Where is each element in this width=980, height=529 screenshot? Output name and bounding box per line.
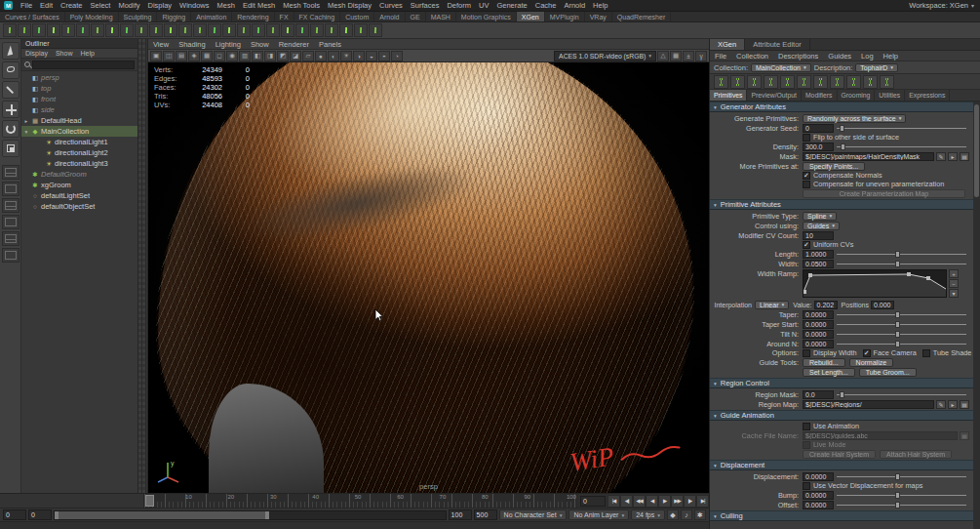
shelf-tab[interactable]: GE	[406, 12, 426, 21]
offset-slider[interactable]	[837, 501, 966, 509]
tool-button[interactable]	[2, 42, 20, 60]
layout-persp-graph-button[interactable]	[2, 215, 20, 229]
shelf-tab[interactable]: XGen	[517, 12, 545, 21]
xgen-shelf-icon[interactable]	[164, 23, 177, 37]
use-animation-checkbox[interactable]	[803, 423, 810, 430]
outliner-item[interactable]: side	[21, 104, 137, 115]
shaded-icon[interactable]: ●	[315, 51, 327, 61]
shelf-tab[interactable]: Curves / Surfaces	[0, 12, 65, 21]
outliner-search-input[interactable]	[32, 61, 135, 69]
bookmarks-icon[interactable]: ◈	[188, 51, 200, 61]
expand-arrow-icon[interactable]	[23, 129, 29, 135]
ramp-add-point-icon[interactable]: +	[949, 269, 959, 278]
outliner-item[interactable]: DefaultGroom	[21, 169, 137, 180]
xgen-shelf-icon[interactable]	[120, 23, 134, 37]
xgen-panel-tab[interactable]: Utilities	[875, 90, 905, 101]
menubar-item[interactable]: Arnold	[560, 0, 589, 11]
two-d-pan-zoom-icon[interactable]: ◻	[214, 51, 225, 61]
paint-brush-icon[interactable]: ✎	[936, 400, 946, 409]
xgen-shelf-icon[interactable]	[295, 23, 309, 37]
color-management-dropdown[interactable]: ACES 1.0 SDR-video (sRGB)	[554, 51, 656, 61]
width-input[interactable]: 0.0500	[803, 260, 834, 268]
primitive-type-dropdown[interactable]: Spline	[803, 212, 837, 221]
gate-mask-icon[interactable]: ▥	[239, 51, 251, 61]
shelf-tab[interactable]: QuadRemesher	[612, 12, 671, 21]
sculpt-guide-icon[interactable]	[813, 75, 828, 89]
refresh-preview-icon[interactable]	[880, 75, 894, 89]
xgen-panel-tab[interactable]: Expressions	[905, 90, 950, 101]
play-forwards-button[interactable]: ▶	[658, 495, 671, 508]
normalize-button[interactable]: Normalize	[849, 358, 894, 367]
menubar-item[interactable]: Surfaces	[407, 0, 444, 11]
xgen-panel-tab[interactable]: Preview/Output	[747, 90, 801, 101]
interpolation-dropdown[interactable]: Linear	[755, 301, 789, 309]
tool-button[interactable]	[2, 61, 20, 79]
tilt-n-input[interactable]: 0.0000	[803, 330, 834, 339]
xgen-shelf-icon[interactable]	[237, 23, 251, 37]
xgen-shelf-icon[interactable]	[369, 23, 382, 37]
export-selection-icon[interactable]	[764, 75, 778, 89]
around-n-input[interactable]: 0.0000	[803, 340, 834, 348]
xgen-shelf-icon[interactable]	[149, 23, 163, 37]
density-slider[interactable]	[837, 142, 966, 151]
right-panel-tab[interactable]: Attribute Editor	[745, 39, 810, 50]
move-guide-icon[interactable]	[797, 75, 811, 89]
xgen-shelf-icon[interactable]	[325, 23, 338, 37]
primitive-section-header[interactable]: Primitive Attributes	[710, 199, 973, 210]
image-plane-icon[interactable]: ▦	[201, 51, 213, 61]
set-length-button[interactable]: Set Length...	[803, 368, 855, 377]
menubar-item[interactable]: Mesh Tools	[279, 0, 324, 11]
new-collection-icon[interactable]	[730, 75, 745, 89]
xgen-shelf-icon[interactable]	[281, 23, 294, 37]
animation-preferences-icon[interactable]: ✱	[694, 509, 706, 520]
generate-primitives-dropdown[interactable]: Randomly across the surface	[803, 114, 906, 123]
outliner-item[interactable]: directionalLight3	[21, 158, 137, 169]
fps-dropdown[interactable]: 24 fps	[631, 509, 665, 520]
menubar-item[interactable]: Generate	[492, 0, 530, 11]
go-to-end-button[interactable]: ▶|	[696, 495, 709, 508]
menubar-item[interactable]: Deform	[443, 0, 475, 11]
folder-icon[interactable]: ▤	[960, 152, 969, 161]
viewport-menu-item[interactable]: Show	[246, 40, 274, 49]
menubar-item[interactable]: Create	[57, 0, 87, 11]
around-n-slider[interactable]	[837, 340, 966, 348]
shelf-tab[interactable]: Sculpting	[119, 12, 158, 21]
resolution-gate-icon[interactable]: ◨	[264, 51, 276, 61]
outliner-item[interactable]: defaultObjectSet	[21, 201, 137, 212]
xgen-menu-item[interactable]: Guides	[823, 52, 856, 61]
step-back-key-button[interactable]: ◀◀	[633, 495, 646, 508]
specify-points-button[interactable]: Specify Points...	[803, 162, 865, 171]
xgen-menu-item[interactable]: Log	[856, 52, 879, 61]
tool-button[interactable]	[2, 140, 20, 157]
menubar-item[interactable]: Cache	[531, 0, 561, 11]
tube-groom-button[interactable]: Tube Groom...	[859, 368, 917, 377]
ramp-value-input[interactable]: 0.202	[814, 301, 838, 309]
safe-action-icon[interactable]: ◩	[277, 51, 289, 61]
xgen-shelf-icon[interactable]	[135, 23, 148, 37]
mute-icon[interactable]: ♪	[681, 509, 692, 520]
xgen-shelf-icon[interactable]	[76, 23, 90, 37]
current-time-indicator[interactable]	[145, 495, 154, 507]
xgen-shelf-icon[interactable]	[32, 23, 46, 37]
outliner-item[interactable]: directionalLight2	[21, 147, 137, 158]
anim-layer-dropdown[interactable]: No Anim Layer	[568, 509, 629, 520]
viewport-menu-item[interactable]: Shading	[174, 40, 211, 49]
xray-icon[interactable]: ◔	[391, 51, 403, 61]
outliner-item[interactable]: persp	[21, 72, 137, 83]
density-input[interactable]: 300.0	[803, 142, 834, 151]
xgen-shelf-icon[interactable]	[354, 23, 368, 37]
tilt-n-slider[interactable]	[837, 330, 966, 339]
xgen-panel-tab[interactable]: Grooming	[838, 90, 876, 101]
shelf-tab[interactable]: VRay	[585, 12, 612, 21]
outliner-item[interactable]: top	[21, 83, 137, 94]
character-set-dropdown[interactable]: No Character Set	[499, 509, 568, 520]
shelf-tab[interactable]: Poly Modeling	[65, 12, 119, 21]
layout-hypershade-button[interactable]	[2, 231, 20, 246]
taper-input[interactable]: 0.0000	[803, 310, 834, 319]
workspace-selector[interactable]: Workspace: XGen ▾	[909, 1, 980, 10]
length-slider[interactable]	[837, 250, 966, 259]
tube-shade-checkbox[interactable]	[922, 349, 930, 357]
wireframe-icon[interactable]: ▱	[302, 51, 314, 61]
menubar-item[interactable]: Help	[589, 0, 611, 11]
shelf-tab[interactable]: Animation	[191, 12, 232, 21]
